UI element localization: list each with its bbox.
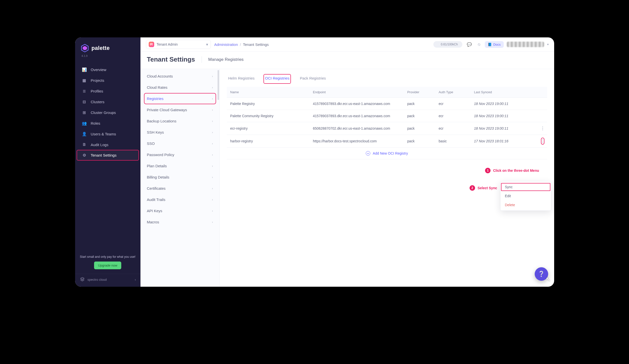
settings-item-registries[interactable]: Registries› — [144, 93, 216, 104]
cell-provider: pack — [404, 98, 435, 110]
add-new-oci-registry-button[interactable]: + Add New OCI Registry — [227, 148, 547, 159]
help-icon[interactable]: ⦸ — [476, 41, 482, 48]
sidebar-item-projects[interactable]: ▦Projects — [75, 75, 141, 86]
divider — [202, 56, 202, 63]
main: IR Tenant Admin ▾ Administration / Tenan… — [141, 37, 554, 287]
sidebar-item-users-teams[interactable]: 👤Users & Teams — [75, 129, 141, 139]
projects-icon: ▦ — [82, 78, 87, 83]
sidebar-item-tenant-settings[interactable]: ⚙Tenant Settings — [77, 150, 139, 161]
sidebar-item-label: Cluster Groups — [91, 111, 116, 115]
upgrade-now-button[interactable]: Upgrade now — [94, 261, 121, 269]
annotation-text: Click on the three-dot Menu — [493, 169, 539, 173]
upgrade-text: Start small and only pay for what you us… — [80, 255, 136, 259]
col-endpoint: Endpoint — [310, 87, 404, 98]
settings-item-sso[interactable]: SSO› — [144, 138, 216, 149]
chevron-right-icon: › — [212, 86, 213, 89]
breadcrumb-administration[interactable]: Administration — [214, 42, 238, 47]
settings-item-label: Cloud Rates — [147, 85, 168, 90]
cell-name: Palette Community Registry — [227, 110, 310, 122]
chat-icon[interactable]: 💬 — [465, 41, 473, 48]
brand-name: palette — [92, 45, 110, 51]
row-menu-button[interactable] — [542, 139, 543, 143]
cell-endpoint: 415789037893.dkr.ecr.us-east-1.amazonaws… — [310, 98, 404, 110]
sidebar-item-profiles[interactable]: ≣Profiles — [75, 86, 141, 97]
chevron-right-icon: › — [212, 119, 213, 123]
table-row[interactable]: ecr-registry 650628870702.dkr.ecr.us-eas… — [227, 122, 547, 135]
cell-name: Palette Registry — [227, 98, 310, 110]
cell-last-synced: 18 Nov 2023 19:00:11 — [471, 122, 539, 135]
cell-provider: pack — [404, 110, 435, 122]
cell-auth: ecr — [435, 110, 471, 122]
page-title: Tenant Settings — [147, 56, 195, 63]
settings-item-label: Password Policy — [147, 153, 174, 157]
sidebar-item-label: Overview — [91, 68, 107, 72]
cell-provider: pack — [404, 135, 435, 148]
sidebar-item-audit-logs[interactable]: 🗎Audit Logs — [75, 139, 141, 150]
scope-icon: IR — [149, 42, 154, 47]
tab-helm-registries[interactable]: Helm Registries — [228, 75, 255, 83]
chevron-down-icon[interactable]: ▾ — [547, 43, 549, 46]
chevron-right-icon: › — [212, 186, 213, 190]
row-menu-button[interactable] — [542, 126, 543, 131]
scope-selector[interactable]: IR Tenant Admin ▾ — [146, 40, 211, 49]
settings-item-private-cloud-gateways[interactable]: Private Cloud Gateways› — [144, 104, 216, 116]
table-row[interactable]: Palette Community Registry 415789037893.… — [227, 110, 547, 122]
settings-item-plan-details[interactable]: Plan Details› — [144, 160, 216, 172]
docs-button[interactable]: 📘 Docs — [485, 41, 504, 48]
chevron-right-icon: › — [212, 198, 213, 201]
table-row[interactable]: harbor-registry https://harbor.docs-test… — [227, 135, 547, 148]
dropdown-item-edit[interactable]: Edit — [500, 191, 551, 200]
credits-pill[interactable]: 0.61/100kCh — [433, 41, 462, 48]
settings-item-cloud-rates[interactable]: Cloud Rates› — [144, 82, 216, 93]
registry-tabs: Helm Registries OCI Registries Pack Regi… — [227, 69, 547, 83]
footer-brand[interactable]: spectro cloud ‹ — [75, 274, 141, 287]
cell-auth: ecr — [435, 98, 471, 110]
dropdown-item-sync[interactable]: Sync — [500, 182, 551, 191]
settings-item-backup-locations[interactable]: Backup Locations› — [144, 116, 216, 127]
chevron-down-icon: ▾ — [206, 42, 208, 47]
sidebar-item-cluster-groups[interactable]: ⊞Cluster Groups — [75, 107, 141, 118]
settings-item-label: Billing Details — [147, 175, 169, 179]
add-registry-label: Add New OCI Registry — [373, 151, 408, 155]
settings-item-billing-details[interactable]: Billing Details› — [144, 172, 216, 183]
annotation-badge-2: 2 — [470, 185, 475, 191]
chevron-right-icon: › — [212, 209, 213, 213]
settings-item-cloud-accounts[interactable]: Cloud Accounts› — [144, 71, 216, 82]
settings-item-label: Plan Details — [147, 164, 167, 168]
help-fab-button[interactable]: ❔ — [535, 267, 548, 281]
settings-item-label: Private Cloud Gateways — [147, 108, 187, 112]
sidebar-item-label: Projects — [91, 78, 104, 83]
annotation-badge-1: 1 — [485, 168, 490, 173]
docs-label: Docs — [493, 43, 501, 46]
sidebar-item-clusters[interactable]: ⊟Clusters — [75, 97, 141, 107]
col-name: Name — [227, 87, 310, 98]
tab-pack-registries[interactable]: Pack Registries — [300, 75, 326, 83]
settings-item-ssh-keys[interactable]: SSH Keys› — [144, 127, 216, 138]
chevron-right-icon: › — [212, 153, 213, 157]
chevron-left-icon[interactable]: ‹ — [135, 278, 136, 281]
sidebar-item-label: Audit Logs — [91, 143, 109, 147]
sidebar-nav: 📊Overview ▦Projects ≣Profiles ⊟Clusters … — [75, 64, 141, 161]
scrollbar[interactable] — [218, 70, 219, 100]
chevron-right-icon: › — [212, 130, 213, 134]
scope-label: Tenant Admin — [157, 42, 204, 46]
cluster-groups-icon: ⊞ — [82, 110, 87, 115]
spectro-logo-icon — [80, 276, 85, 283]
sidebar-item-overview[interactable]: 📊Overview — [75, 64, 141, 75]
settings-menu: Cloud Accounts› Cloud Rates› Registries›… — [141, 69, 220, 287]
sidebar-item-roles[interactable]: 👥Roles — [75, 118, 141, 129]
audit-icon: 🗎 — [82, 142, 87, 147]
settings-item-audit-trails[interactable]: Audit Trails› — [144, 194, 216, 205]
settings-item-macros[interactable]: Macros› — [144, 216, 216, 228]
users-icon: 👤 — [82, 132, 87, 136]
settings-item-password-policy[interactable]: Password Policy› — [144, 149, 216, 160]
chevron-right-icon: › — [212, 220, 213, 224]
cell-auth: basic — [435, 135, 471, 148]
table-row[interactable]: Palette Registry 415789037893.dkr.ecr.us… — [227, 98, 547, 110]
settings-item-api-keys[interactable]: API Keys› — [144, 205, 216, 216]
tab-oci-registries[interactable]: OCI Registries — [265, 75, 290, 83]
dropdown-item-delete[interactable]: Delete — [500, 200, 551, 209]
annotation-text: Select Sync — [477, 186, 497, 190]
book-icon: 📘 — [488, 43, 492, 46]
settings-item-certificates[interactable]: Certificates› — [144, 183, 216, 194]
